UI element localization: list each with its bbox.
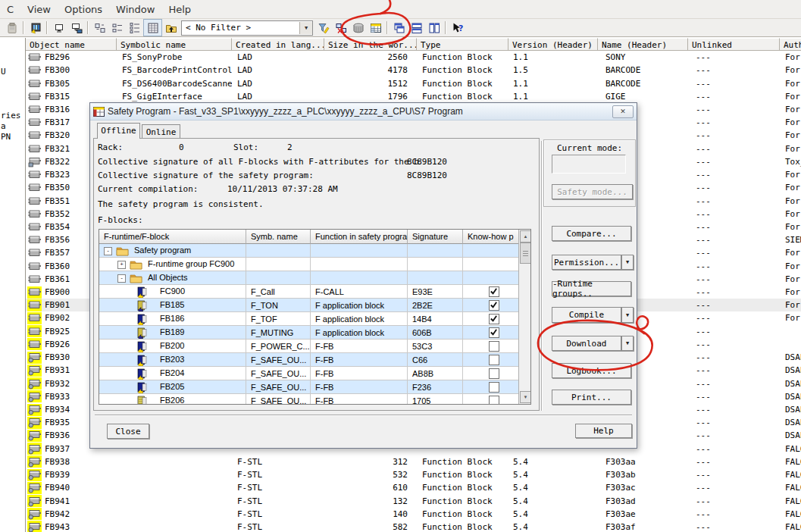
filter-edit-icon[interactable] bbox=[314, 20, 332, 36]
up-one-level-icon[interactable] bbox=[162, 20, 180, 36]
column-header-created-in-lang[interactable]: Created in lang... bbox=[232, 38, 324, 51]
module-table-icon[interactable] bbox=[367, 20, 384, 36]
column-header-object-name[interactable]: Object name bbox=[26, 38, 117, 51]
table-row-fb940[interactable]: FB940F-STL610Function Block5.4F303ac---F… bbox=[26, 481, 801, 494]
cascade-windows-icon[interactable] bbox=[390, 20, 408, 36]
expand-icon[interactable]: + bbox=[117, 261, 126, 269]
table-row-fb305[interactable]: FB305FS_DS6400BarcodeScannerLAD1512Funct… bbox=[26, 77, 801, 89]
ftable-folder-row[interactable]: +F-runtime group FC900 bbox=[99, 258, 530, 271]
monitor-variables-icon[interactable] bbox=[332, 20, 349, 36]
compile-button[interactable]: Compile bbox=[552, 307, 621, 323]
paste-icon[interactable] bbox=[3, 20, 20, 36]
table-row-fb943[interactable]: FB943F-STL582Function Block5.4F303af---F… bbox=[26, 521, 801, 532]
download-button[interactable]: Download bbox=[552, 336, 621, 351]
know-how-checkbox-unchecked[interactable] bbox=[489, 368, 499, 379]
filter-combobox[interactable]: < No Filter >▼ bbox=[181, 20, 313, 36]
details-view-icon[interactable] bbox=[143, 19, 162, 36]
runtime-groups-button[interactable]: -Runtime groups.. bbox=[552, 281, 631, 296]
ftable-header-f-runtime-f-block[interactable]: F-runtime/F-block bbox=[99, 230, 246, 244]
ftable-block-row-fb185[interactable]: FB185F_TONF application block2B2E bbox=[99, 299, 530, 312]
tree-item-fragment[interactable]: PN bbox=[1, 132, 11, 142]
compile-dropdown-button[interactable]: ▼ bbox=[621, 307, 634, 323]
menu-item-c[interactable]: C bbox=[0, 2, 20, 17]
know-how-checkbox-unchecked[interactable] bbox=[489, 341, 499, 352]
permission-button[interactable]: Permission... bbox=[552, 255, 621, 270]
table-row-fb315[interactable]: FB315FS_GigEInterfaceLAD1796Function Blo… bbox=[26, 90, 801, 103]
column-header-name-header[interactable]: Name (Header) bbox=[598, 38, 688, 51]
ftable-folder-row[interactable]: -All Objects bbox=[99, 271, 530, 285]
close-icon[interactable]: ✕ bbox=[612, 105, 634, 118]
table-row-fb939[interactable]: FB939F-STL532Function Block5.4F303ab---F… bbox=[26, 468, 801, 481]
know-how-checkbox-unchecked[interactable] bbox=[489, 396, 499, 405]
tree-item-fragment[interactable]: ries bbox=[1, 111, 21, 120]
download-icon[interactable] bbox=[27, 20, 44, 36]
ftable-header-know-how-p[interactable]: Know-how p bbox=[463, 230, 520, 244]
project-tree-pane[interactable]: UriesaPN bbox=[0, 38, 26, 532]
ftable-folder-row[interactable]: -Safety program bbox=[99, 244, 530, 258]
ftable-header-symb-name[interactable]: Symb. name bbox=[246, 230, 311, 244]
ftable-block-row-fb206[interactable]: FB206F_SAFE_OU...F-FB1705 bbox=[99, 394, 530, 405]
know-how-checkbox-unchecked[interactable] bbox=[489, 382, 499, 393]
table-row-fb941[interactable]: FB941F-STL132Function Block5.4F303ad---F… bbox=[26, 494, 801, 507]
dialog-title-bar[interactable]: Safety Program - Fast_v33_SP1\xxyyyy_zzz… bbox=[90, 103, 637, 120]
column-header-symbolic-name[interactable]: Symbolic name bbox=[117, 38, 232, 51]
ftable-block-row-fb204[interactable]: FB204F_SAFE_OU...F-FBAB8B bbox=[99, 367, 530, 380]
print-button[interactable]: Print... bbox=[552, 390, 631, 405]
collapse-icon[interactable]: - bbox=[104, 247, 112, 255]
list-view-icon[interactable] bbox=[126, 20, 143, 36]
ftable-header-function-in-safety-progra[interactable]: Function in safety progra bbox=[311, 230, 408, 244]
ftable-header-signature[interactable]: Signature bbox=[408, 230, 463, 244]
context-help-icon[interactable]: ? bbox=[449, 20, 466, 36]
column-header-unlinked[interactable]: Unlinked bbox=[688, 38, 780, 51]
compare-button[interactable]: Compare... bbox=[552, 226, 631, 241]
know-how-checkbox-checked[interactable] bbox=[489, 286, 499, 297]
tree-item-fragment[interactable]: U bbox=[1, 67, 6, 77]
know-how-checkbox-unchecked[interactable] bbox=[489, 355, 499, 365]
know-how-checkbox-checked[interactable] bbox=[489, 300, 499, 311]
ftable-block-row-fb189[interactable]: FB189F_MUTINGF application block606B bbox=[99, 326, 530, 340]
menu-item-view[interactable]: View bbox=[20, 2, 58, 17]
ftable-block-row-fc900[interactable]: FC900F_CallF-CALLE93E bbox=[99, 285, 530, 299]
permission-dropdown-button[interactable]: ▼ bbox=[621, 255, 634, 270]
large-icons-view-icon[interactable] bbox=[91, 20, 108, 36]
menu-item-options[interactable]: Options bbox=[58, 2, 109, 17]
close-button[interactable]: Close bbox=[107, 424, 149, 439]
know-how-checkbox-checked[interactable] bbox=[489, 314, 499, 324]
column-header-auth[interactable]: Auth bbox=[780, 38, 801, 51]
chevron-down-icon[interactable]: ▼ bbox=[299, 22, 312, 34]
table-row-fb938[interactable]: FB938F-STL312Function Block5.4F303aa---F… bbox=[26, 455, 801, 468]
safety-program-icon[interactable] bbox=[349, 20, 367, 36]
know-how-checkbox-checked[interactable] bbox=[489, 327, 499, 338]
help-button[interactable]: Help bbox=[575, 424, 632, 438]
logbook-button[interactable]: Logbook... bbox=[552, 363, 631, 378]
small-icons-view-icon[interactable] bbox=[108, 20, 126, 36]
ftable-scrollbar[interactable]: ▲▼ bbox=[518, 230, 530, 404]
ftable-block-row-fb186[interactable]: FB186F_TOFF application block14B4 bbox=[99, 312, 530, 326]
column-header-type[interactable]: Type bbox=[417, 38, 508, 51]
collapse-icon[interactable]: - bbox=[117, 274, 126, 283]
menu-item-help[interactable]: Help bbox=[161, 2, 198, 17]
menu-item-window[interactable]: Window bbox=[109, 2, 161, 17]
scroll-down-icon[interactable]: ▼ bbox=[520, 391, 531, 403]
tab-online[interactable]: Online bbox=[142, 124, 180, 138]
function-in-safety-program: F-FB bbox=[311, 367, 408, 380]
tree-item-fragment[interactable]: a bbox=[1, 121, 6, 131]
table-row-fb942[interactable]: FB942F-STL140Function Block5.4F303ae---F… bbox=[26, 508, 801, 521]
tile-vertical-icon[interactable] bbox=[425, 20, 443, 36]
download-dropdown-button[interactable]: ▼ bbox=[621, 336, 634, 351]
safety-mode-button[interactable]: Safety mode... bbox=[552, 184, 633, 199]
scroll-up-icon[interactable]: ▲ bbox=[520, 230, 531, 243]
column-header-version-header[interactable]: Version (Header) bbox=[508, 38, 598, 51]
name-header: BARCODE bbox=[598, 77, 688, 89]
ftable-block-row-fb203[interactable]: FB203F_SAFE_OU...F-FBC66 bbox=[99, 353, 530, 367]
table-row-fb296[interactable]: FB296FS_SonyProbeLAD2560Function Block1.… bbox=[26, 51, 801, 64]
scrollbar-thumb[interactable] bbox=[520, 243, 531, 264]
accessible-nodes-icon[interactable] bbox=[50, 20, 67, 36]
online-connection-icon[interactable] bbox=[67, 20, 85, 36]
tab-offline[interactable]: Offline bbox=[97, 123, 140, 139]
table-row-fb300[interactable]: FB300FS_BarcodePrintControlLAD4178Functi… bbox=[26, 64, 801, 77]
ftable-block-row-fb205[interactable]: FB205F_SAFE_OU...F-FBF236 bbox=[99, 380, 530, 394]
ftable-block-row-fb200[interactable]: FB200F_POWER_C...F-FB53C3 bbox=[99, 340, 530, 353]
column-header-size-in-the-wor[interactable]: Size in the wor... bbox=[324, 38, 417, 51]
tile-horizontal-icon[interactable] bbox=[408, 20, 425, 36]
